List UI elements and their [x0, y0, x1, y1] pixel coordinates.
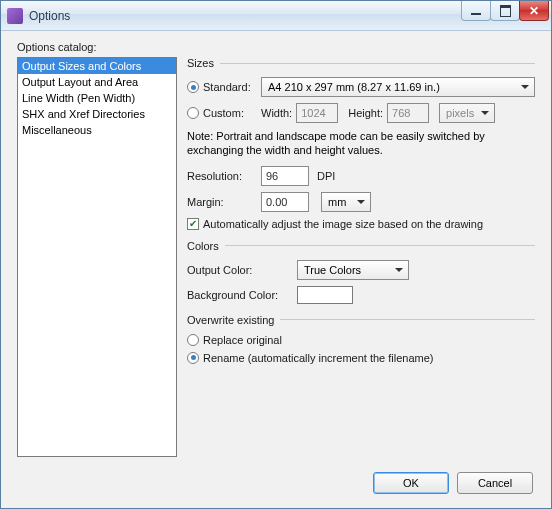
standard-radio[interactable]: [187, 81, 199, 93]
app-icon: [7, 8, 23, 24]
auto-adjust-checkbox[interactable]: [187, 218, 199, 230]
options-catalog-list[interactable]: Output Sizes and Colors Output Layout an…: [17, 57, 177, 457]
replace-original-label: Replace original: [203, 334, 282, 346]
catalog-label: Options catalog:: [17, 41, 97, 53]
standard-size-value: A4 210 x 297 mm (8.27 x 11.69 in.): [268, 81, 440, 93]
catalog-item-line-width[interactable]: Line Width (Pen Width): [18, 90, 176, 106]
client-area: Options catalog: Output Sizes and Colors…: [1, 31, 551, 508]
resolution-unit: DPI: [317, 170, 335, 182]
colors-title: Colors: [187, 240, 219, 252]
sizes-note: Note: Portrait and landscape mode can be…: [187, 129, 517, 158]
options-dialog: Options Options catalog: Output Sizes an…: [0, 0, 552, 509]
colors-group: Colors Output Color: True Colors Backgro…: [187, 240, 535, 304]
replace-original-radio[interactable]: [187, 334, 199, 346]
rename-radio[interactable]: [187, 352, 199, 364]
catalog-item-shx-xref[interactable]: SHX and Xref Directories: [18, 106, 176, 122]
resolution-input[interactable]: 96: [261, 166, 309, 186]
minimize-button[interactable]: [461, 1, 491, 21]
maximize-button[interactable]: [490, 1, 520, 21]
margin-label: Margin:: [187, 196, 261, 208]
size-units-value: pixels: [446, 107, 474, 119]
catalog-item-output-sizes[interactable]: Output Sizes and Colors: [18, 58, 176, 74]
margin-unit-value: mm: [328, 196, 346, 208]
ok-button[interactable]: OK: [373, 472, 449, 494]
width-input[interactable]: 1024: [296, 103, 338, 123]
width-label: Width:: [261, 107, 292, 119]
margin-unit-select[interactable]: mm: [321, 192, 371, 212]
output-color-label: Output Color:: [187, 264, 297, 276]
auto-adjust-label: Automatically adjust the image size base…: [203, 218, 483, 230]
cancel-button[interactable]: Cancel: [457, 472, 533, 494]
custom-radio[interactable]: [187, 107, 199, 119]
standard-size-select[interactable]: A4 210 x 297 mm (8.27 x 11.69 in.): [261, 77, 535, 97]
sizes-title: Sizes: [187, 57, 214, 69]
rename-label: Rename (automatically increment the file…: [203, 352, 434, 364]
background-color-swatch[interactable]: [297, 286, 353, 304]
custom-label: Custom:: [203, 107, 261, 119]
height-input[interactable]: 768: [387, 103, 429, 123]
background-color-label: Background Color:: [187, 289, 297, 301]
catalog-item-output-layout[interactable]: Output Layout and Area: [18, 74, 176, 90]
titlebar[interactable]: Options: [1, 1, 551, 31]
overwrite-title: Overwrite existing: [187, 314, 274, 326]
overwrite-group: Overwrite existing Replace original Rena…: [187, 314, 535, 364]
size-units-select[interactable]: pixels: [439, 103, 495, 123]
margin-input[interactable]: 0.00: [261, 192, 309, 212]
output-color-value: True Colors: [304, 264, 361, 276]
resolution-label: Resolution:: [187, 170, 261, 182]
standard-label: Standard:: [203, 81, 261, 93]
height-label: Height:: [348, 107, 383, 119]
close-button[interactable]: [519, 1, 549, 21]
sizes-group: Sizes Standard: A4 210 x 297 mm (8.27 x …: [187, 57, 535, 230]
catalog-item-misc[interactable]: Miscellaneous: [18, 122, 176, 138]
output-color-select[interactable]: True Colors: [297, 260, 409, 280]
